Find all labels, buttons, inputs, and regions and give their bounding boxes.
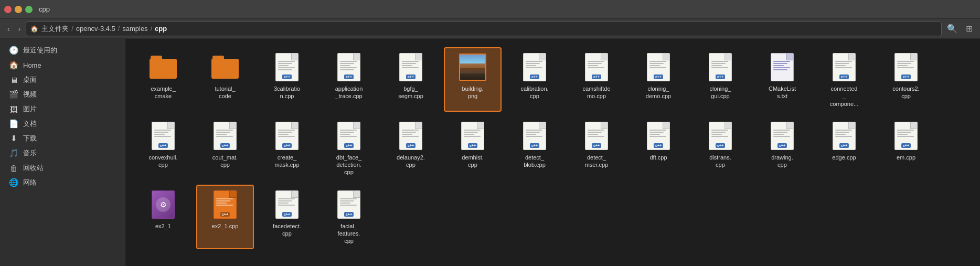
cpp-file-icon: c++ — [707, 51, 734, 83]
file-label: cloning_gui.cpp — [710, 85, 731, 100]
sidebar-label-network: 网络 — [23, 178, 37, 187]
list-item[interactable]: c++ detect_mser.cpp — [568, 116, 625, 180]
list-item[interactable]: c++ drawing.cpp — [753, 116, 811, 180]
list-item[interactable]: c++ bgfg_segm.cpp — [382, 47, 440, 112]
file-label: facedetect.cpp — [273, 222, 301, 238]
file-label: dbt_face_detection.cpp — [336, 154, 361, 176]
list-item[interactable]: c++ connected_compone... — [815, 47, 873, 112]
file-label: ex2_1.cpp — [212, 222, 239, 230]
file-label: building.png — [462, 85, 484, 100]
list-item[interactable]: c++ ex2_1.cpp — [196, 185, 254, 249]
file-label: contours2.cpp — [892, 85, 919, 100]
cpp-file-icon: c++ — [830, 120, 858, 152]
home-icon: 🏠 — [30, 25, 38, 33]
cpp-file-icon: c++ — [459, 120, 486, 152]
list-item[interactable]: c++ create_mask.cpp — [258, 116, 316, 180]
sidebar-item-downloads[interactable]: ⬇ 下载 — [0, 131, 125, 146]
list-item[interactable]: c++ cout_mat.cpp — [196, 116, 254, 180]
window-controls — [4, 6, 33, 13]
list-item[interactable]: c++ application_trace.cpp — [320, 47, 378, 112]
toolbar: ‹ › 🏠 主文件夹 / opencv-3.4.5 / samples / cp… — [0, 19, 980, 39]
search-button[interactable]: 🔍 — [944, 22, 961, 35]
file-label: CMakeLists.txt — [769, 85, 796, 100]
sidebar-label-home: Home — [23, 61, 41, 69]
documents-icon: 📄 — [8, 119, 19, 129]
list-item[interactable]: example_cmake — [134, 47, 192, 112]
list-item[interactable]: c++ contours2.cpp — [877, 47, 935, 112]
list-item[interactable]: c++ delaunay2.cpp — [382, 116, 440, 180]
sidebar: 🕐 最近使用的 🏠 Home 🖥 桌面 🎬 视频 🖼 图片 📄 文档 ⬇ 下载 — [0, 39, 126, 266]
maximize-button[interactable] — [25, 6, 33, 13]
list-item[interactable]: c++ convexhull.cpp — [134, 116, 192, 180]
list-item[interactable]: c++ calibration.cpp — [506, 47, 563, 112]
file-label: em.cpp — [897, 154, 915, 161]
list-item[interactable]: CMakeLists.txt — [753, 47, 811, 112]
sidebar-item-documents[interactable]: 📄 文档 — [0, 116, 125, 131]
sidebar-item-trash[interactable]: 🗑 回收站 — [0, 161, 125, 175]
list-item[interactable]: c++ em.cpp — [877, 116, 935, 180]
list-item[interactable]: c++ dft.cpp — [630, 116, 687, 180]
minimize-button[interactable] — [15, 6, 22, 13]
cpp-file-icon: c++ — [273, 120, 301, 152]
sidebar-item-home[interactable]: 🏠 Home — [0, 58, 125, 72]
list-item[interactable]: c++ facedetect.cpp — [258, 185, 316, 249]
breadcrumb-samples[interactable]: samples — [122, 25, 147, 33]
list-item[interactable]: c++ 3calibration.cpp — [258, 47, 316, 112]
list-item[interactable]: tutorial_code — [196, 47, 254, 112]
list-item[interactable]: c++ facial_features.cpp — [320, 185, 378, 249]
breadcrumb-home[interactable]: 主文件夹 — [41, 24, 69, 34]
back-button[interactable]: ‹ — [4, 23, 13, 35]
list-item[interactable]: c++ dbt_face_detection.cpp — [320, 116, 378, 180]
sidebar-item-desktop[interactable]: 🖥 桌面 — [0, 72, 125, 87]
file-label: drawing.cpp — [771, 154, 793, 169]
forward-button[interactable]: › — [15, 23, 24, 35]
cpp-file-icon: c++ — [211, 120, 239, 152]
sidebar-label-music: 音乐 — [23, 148, 37, 158]
list-item[interactable]: c++ demhist.cpp — [444, 116, 502, 180]
sidebar-label-pictures: 图片 — [23, 104, 37, 114]
music-icon: 🎵 — [8, 148, 19, 158]
file-label: example_cmake — [151, 85, 176, 100]
recent-icon: 🕐 — [8, 46, 19, 55]
list-item[interactable]: c++ edge.cpp — [815, 116, 873, 180]
list-item[interactable]: c++ camshiftdemo.cpp — [568, 47, 625, 112]
breadcrumb-cpp[interactable]: cpp — [155, 25, 167, 33]
file-label: convexhull.cpp — [148, 154, 177, 169]
breadcrumb-sep-2: / — [118, 25, 120, 33]
view-toggle-button[interactable]: ⊞ — [963, 22, 976, 35]
close-button[interactable] — [4, 6, 12, 13]
list-item[interactable]: c++ cloning_demo.cpp — [630, 47, 687, 112]
list-item[interactable]: c++ distrans.cpp — [691, 116, 749, 180]
downloads-icon: ⬇ — [8, 134, 19, 143]
cpp-file-icon: c++ — [335, 120, 363, 152]
file-label: dft.cpp — [649, 154, 667, 161]
sidebar-item-pictures[interactable]: 🖼 图片 — [0, 102, 125, 116]
sidebar-label-trash: 回收站 — [23, 163, 44, 173]
file-area: example_cmake tutorial_code — [126, 39, 980, 266]
titlebar: cpp — [0, 0, 980, 19]
sidebar-item-videos[interactable]: 🎬 视频 — [0, 87, 125, 102]
cpp-file-icon: c++ — [273, 51, 301, 83]
cpp-file-icon: c++ — [830, 51, 858, 83]
list-item[interactable]: ⚙ ex2_1 — [134, 185, 192, 249]
exec-file-icon: ⚙ — [150, 189, 177, 220]
file-label: detect_mser.cpp — [585, 154, 609, 169]
cpp-file-icon: c++ — [521, 120, 548, 152]
cpp-file-icon: c++ — [645, 51, 672, 83]
sidebar-item-recent[interactable]: 🕐 最近使用的 — [0, 43, 125, 58]
list-item[interactable]: c++ cloning_gui.cpp — [691, 47, 749, 112]
file-label: connected_compone... — [830, 85, 858, 108]
sidebar-item-music[interactable]: 🎵 音乐 — [0, 146, 125, 161]
file-label: ex2_1 — [155, 222, 171, 230]
list-item[interactable]: c++ detect_blob.cpp — [506, 116, 563, 180]
sidebar-label-videos: 视频 — [23, 90, 37, 99]
videos-icon: 🎬 — [8, 90, 19, 99]
breadcrumb-opencv[interactable]: opencv-3.4.5 — [76, 25, 115, 33]
file-grid: example_cmake tutorial_code — [134, 47, 972, 249]
list-item[interactable]: building.png — [444, 47, 502, 112]
breadcrumb-sep-3: / — [151, 25, 152, 33]
sidebar-item-network[interactable]: 🌐 网络 — [0, 175, 125, 190]
cpp-file-icon: c++ — [397, 120, 424, 152]
breadcrumb: 🏠 主文件夹 / opencv-3.4.5 / samples / cpp — [26, 22, 942, 36]
file-label: edge.cpp — [832, 154, 856, 161]
